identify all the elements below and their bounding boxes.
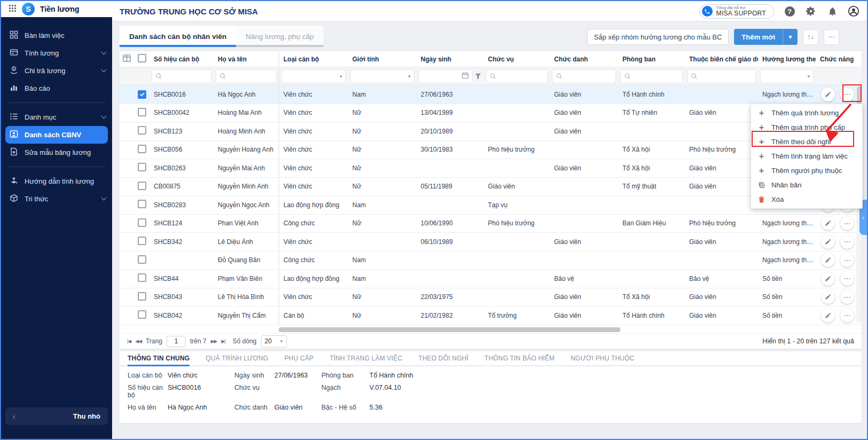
edit-button[interactable]	[821, 88, 835, 101]
filter-4[interactable]: ▾	[348, 67, 416, 85]
detail-tab-7[interactable]: NGƯỜI PHỤ THUỘC	[571, 351, 634, 365]
filter-2[interactable]	[214, 67, 279, 85]
detail-tab-5[interactable]: THEO DÕI NGHỈ	[419, 351, 469, 365]
filter-10[interactable]: ▾	[758, 67, 816, 85]
row-more-button[interactable]: ⋯	[840, 88, 854, 101]
row-checkbox[interactable]	[133, 273, 149, 284]
sidebar-item-2[interactable]: Tính lương	[1, 44, 112, 62]
column-header-2[interactable]: Họ và tên	[214, 56, 279, 63]
sidebar-item-8[interactable]: Hướng dẫn tính lương	[1, 172, 112, 190]
context-menu-item-5[interactable]: +Thêm người phụ thuộc	[751, 163, 862, 178]
edit-button[interactable]	[821, 253, 835, 267]
page-input[interactable]	[167, 336, 186, 347]
table-row-10[interactable]: Đỗ Quang BảnCông chứcNamNgạch lương theo…	[120, 252, 862, 270]
filter-8[interactable]	[618, 67, 685, 85]
column-header-5[interactable]: Ngày sinh	[416, 56, 484, 63]
context-menu-item-4[interactable]: +Thêm tình trạng làm việc	[751, 149, 862, 163]
sidebar-collapse-button[interactable]: ‹ Thu nhỏ	[5, 407, 108, 425]
add-new-button[interactable]: Thêm mới ▼	[734, 29, 798, 45]
context-menu-item-6[interactable]: Nhân bản	[751, 178, 862, 192]
detail-tab-3[interactable]: PHỤ CẤP	[285, 351, 314, 365]
column-header-4[interactable]: Giới tính	[348, 56, 416, 63]
chevron-down-icon[interactable]: ▼	[783, 29, 798, 45]
row-checkbox[interactable]	[133, 163, 149, 173]
edit-button[interactable]	[821, 216, 835, 230]
row-more-button[interactable]: ⋯	[840, 235, 854, 249]
main-tab-1[interactable]: Danh sách cán bộ nhân viên	[120, 26, 236, 47]
sidebar-item-6[interactable]: Danh sách CBNV	[5, 126, 108, 144]
filter-3[interactable]: ▾	[279, 67, 348, 85]
context-menu-item-2[interactable]: +Thêm quá trình phụ cấp	[751, 120, 862, 135]
table-row-1[interactable]: SHCB0016Hà Ngọc AnhViên chứcNam27/06/196…	[120, 85, 862, 104]
last-page-button[interactable]: ▶|	[222, 339, 225, 344]
sidebar-item-1[interactable]: Bàn làm việc	[1, 27, 112, 44]
detail-tab-4[interactable]: TÌNH TRẠNG LÀM VIỆC	[329, 351, 402, 365]
table-row-13[interactable]: SHCB042Nguyễn Thị CẩmCán bộNữ21/02/1982T…	[120, 307, 862, 325]
prev-page-button[interactable]: ◀◀	[135, 339, 141, 344]
sidebar-item-7[interactable]: Sửa mẫu bảng lương	[1, 144, 112, 161]
select-all-checkbox[interactable]	[133, 54, 149, 65]
edit-button[interactable]	[821, 309, 835, 323]
table-row-8[interactable]: SHCB124Phan Việt AnhCông chứcNữ10/06/199…	[120, 215, 862, 233]
bell-icon[interactable]	[826, 5, 838, 17]
context-menu-item-7[interactable]: Xóa	[751, 192, 862, 207]
row-checkbox[interactable]	[133, 90, 149, 99]
column-header-8[interactable]: Phòng ban	[618, 56, 685, 63]
sidebar-item-9[interactable]: Tri thức	[1, 190, 112, 208]
row-more-button[interactable]: ⋯	[840, 253, 854, 267]
sort-group-button[interactable]: Sắp xếp nhóm hưởng lương cho mẫu BC	[587, 29, 729, 45]
column-settings-icon[interactable]	[120, 54, 133, 64]
horizontal-scrollbar[interactable]	[279, 327, 620, 332]
column-header-11[interactable]: Chức năng	[816, 56, 862, 63]
column-header-3[interactable]: Loại cán bộ	[279, 51, 348, 67]
filter-5[interactable]	[416, 67, 484, 85]
row-checkbox[interactable]	[133, 200, 149, 210]
row-more-button[interactable]: ⋯	[840, 290, 854, 304]
column-header-10[interactable]: Hưởng lương theo	[758, 56, 816, 63]
filter-1[interactable]	[149, 67, 214, 85]
table-row-9[interactable]: SHCB342Lê Diệu ÁnhViên chức06/10/1989Giá…	[120, 233, 862, 252]
row-checkbox[interactable]	[133, 218, 149, 229]
avatar[interactable]	[848, 5, 859, 17]
row-checkbox[interactable]	[133, 108, 149, 118]
filter-11[interactable]	[816, 67, 862, 85]
row-more-button[interactable]: ⋯	[840, 309, 854, 323]
main-tab-2[interactable]: Nâng lương, phụ cấp	[236, 26, 323, 47]
calendar-icon[interactable]	[462, 72, 469, 81]
detail-tab-6[interactable]: THÔNG TIN BẢO HIỂM	[485, 351, 555, 365]
toolbar-more-button[interactable]: ⋯	[824, 29, 839, 45]
row-checkbox[interactable]	[133, 237, 149, 247]
rows-per-page-select[interactable]: 20▾	[261, 335, 287, 348]
gear-icon[interactable]	[805, 5, 817, 17]
column-header-9[interactable]: Thuộc biên chế giáo dục	[685, 56, 758, 63]
row-checkbox[interactable]	[133, 145, 149, 155]
row-more-button[interactable]: ⋯	[840, 272, 854, 286]
row-more-button[interactable]: ⋯	[840, 216, 854, 230]
context-menu-item-3[interactable]: +Thêm theo dõi nghỉ	[751, 135, 862, 149]
column-header-6[interactable]: Chức vụ	[484, 56, 550, 63]
app-grid-icon[interactable]	[9, 4, 17, 14]
edit-button[interactable]	[821, 272, 835, 286]
first-page-button[interactable]: |◀	[127, 339, 131, 344]
table-row-11[interactable]: SHCB44Phạm Văn BiênLao động hợp đồngNamB…	[120, 270, 862, 288]
filter-6[interactable]	[484, 67, 550, 85]
detail-tab-2[interactable]: QUÁ TRÌNH LƯƠNG	[206, 351, 268, 365]
support-pill[interactable]: Tổng đài hỗ trợ MISA SUPPORT	[699, 4, 774, 19]
column-header-7[interactable]: Chức danh	[550, 56, 618, 63]
detail-tab-1[interactable]: THÔNG TIN CHUNG	[128, 351, 190, 365]
filter-funnel-icon[interactable]	[475, 73, 482, 80]
edit-button[interactable]	[821, 235, 835, 249]
next-page-button[interactable]: ▶▶	[211, 339, 217, 344]
sidebar-item-3[interactable]: $Chi trả lương	[1, 62, 112, 80]
filter-7[interactable]	[550, 67, 618, 85]
sidebar-item-4[interactable]: Báo cáo	[1, 80, 112, 97]
help-icon[interactable]: ?	[784, 5, 795, 17]
row-checkbox[interactable]	[133, 126, 149, 136]
context-menu-item-1[interactable]: +Thêm quá trình lương	[751, 106, 862, 120]
row-checkbox[interactable]	[133, 182, 149, 192]
sidebar-item-5[interactable]: Danh mục	[1, 108, 112, 126]
row-checkbox[interactable]	[133, 310, 149, 320]
edit-button[interactable]	[821, 290, 835, 304]
sort-arrows-button[interactable]: ↑↓	[803, 29, 818, 45]
row-checkbox[interactable]	[133, 292, 149, 302]
